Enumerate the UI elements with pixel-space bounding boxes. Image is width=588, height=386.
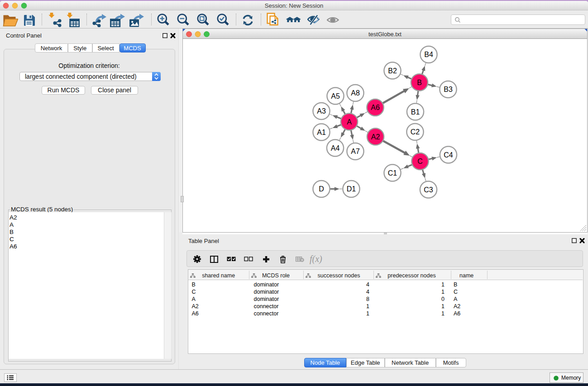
svg-text:C3: C3	[424, 186, 433, 194]
svg-text:A3: A3	[317, 107, 326, 115]
svg-text:A8: A8	[351, 89, 360, 97]
svg-text:A5: A5	[331, 92, 340, 100]
svg-text:B: B	[417, 79, 422, 86]
svg-text:A1: A1	[317, 129, 326, 136]
svg-text:B4: B4	[424, 51, 433, 58]
svg-text:C4: C4	[444, 151, 453, 159]
svg-text:A6: A6	[371, 104, 380, 111]
svg-text:C1: C1	[388, 169, 397, 177]
svg-text:A4: A4	[331, 144, 340, 152]
svg-text:D1: D1	[347, 185, 356, 193]
svg-text:C: C	[417, 157, 423, 165]
svg-text:A2: A2	[371, 133, 380, 141]
svg-text:A: A	[347, 118, 352, 126]
svg-text:B2: B2	[388, 67, 397, 75]
svg-text:B3: B3	[444, 86, 453, 93]
svg-text:A7: A7	[351, 148, 360, 155]
svg-text:C2: C2	[411, 128, 420, 136]
svg-text:B1: B1	[411, 108, 420, 116]
svg-text:D: D	[319, 185, 324, 193]
